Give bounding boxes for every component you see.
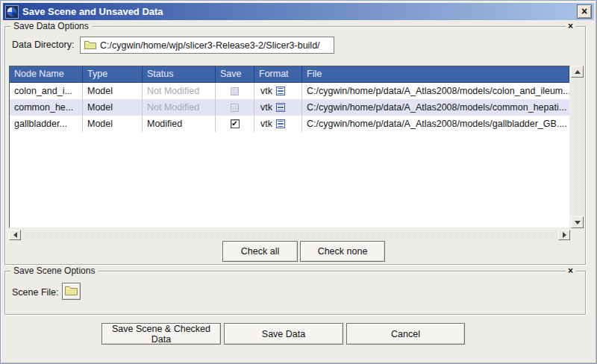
column-header-node-name[interactable]: Node Name: [10, 66, 83, 82]
format-menu-icon[interactable]: [276, 119, 285, 128]
column-header-status[interactable]: Status: [143, 66, 216, 82]
scroll-up-icon: [575, 70, 581, 74]
cell-file: C:/cygwin/home/p/data/A_Atlas2008/models…: [302, 116, 569, 132]
save-checkbox: [231, 87, 239, 95]
save-checkbox: [231, 104, 239, 112]
close-icon: ×: [581, 5, 587, 17]
cell-save: ✔: [216, 116, 254, 132]
save-scene-options-title: Save Scene Options: [10, 266, 98, 276]
cell-format: vtk: [254, 83, 302, 99]
scroll-right-icon: [563, 232, 566, 238]
column-header-format[interactable]: Format: [254, 66, 302, 82]
cell-save: [216, 99, 254, 116]
cell-node-name: common_he...: [10, 99, 83, 116]
data-directory-button[interactable]: C:/cygwin/home/wjp/slicer3-Release3-2/Sl…: [80, 37, 334, 54]
data-directory-value: C:/cygwin/home/wjp/slicer3-Release3-2/Sl…: [100, 40, 320, 51]
format-menu-icon[interactable]: [276, 87, 285, 95]
save-scene-options-group: Save Scene Options × Scene File:: [4, 271, 586, 315]
scene-file-browse-button[interactable]: [62, 283, 81, 300]
scroll-right-button[interactable]: [558, 230, 570, 240]
save-checkbox[interactable]: ✔: [231, 119, 240, 128]
table-row[interactable]: colon_and_i...ModelNot ModifiedvtkC:/cyg…: [10, 83, 569, 99]
collapse-save-scene-icon[interactable]: ×: [566, 266, 575, 276]
table-row[interactable]: common_he...ModelNot ModifiedvtkC:/cygwi…: [10, 99, 569, 116]
node-table-body: colon_and_i...ModelNot ModifiedvtkC:/cyg…: [10, 83, 569, 132]
format-value: vtk: [260, 99, 272, 116]
cell-file: C:/cygwin/home/p/data/A_Atlas2008/models…: [302, 83, 569, 99]
table-row[interactable]: gallbladder...ModelModified✔vtkC:/cygwin…: [10, 116, 569, 132]
close-button[interactable]: ×: [577, 4, 592, 19]
scroll-down-button[interactable]: [571, 216, 584, 228]
cell-type: Model: [83, 83, 143, 99]
save-data-options-group: Save Data Options × Data Directory: C:/c…: [4, 26, 586, 265]
save-scene-dialog: Save Scene and Unsaved Data × Save Data …: [0, 0, 597, 364]
column-header-save[interactable]: Save: [216, 66, 254, 82]
save-data-button[interactable]: Save Data: [224, 323, 343, 345]
cell-status: Not Modified: [143, 83, 216, 99]
column-header-type[interactable]: Type: [83, 66, 143, 82]
horizontal-scrollbar-track[interactable]: [21, 230, 558, 240]
vertical-scrollbar-track[interactable]: [571, 78, 584, 216]
column-header-file[interactable]: File: [302, 66, 569, 82]
cell-node-name: colon_and_i...: [10, 83, 83, 99]
scroll-up-button[interactable]: [571, 66, 584, 78]
title-bar[interactable]: Save Scene and Unsaved Data ×: [3, 3, 594, 20]
window-title: Save Scene and Unsaved Data: [22, 6, 163, 17]
cancel-button[interactable]: Cancel: [346, 323, 465, 345]
check-all-button[interactable]: Check all: [222, 241, 298, 262]
scroll-left-button[interactable]: [9, 230, 21, 240]
scroll-down-icon: [575, 221, 581, 225]
cell-format: vtk: [254, 116, 302, 132]
horizontal-scrollbar[interactable]: [9, 230, 570, 240]
format-value: vtk: [260, 83, 272, 99]
save-scene-and-checked-data-button[interactable]: Save Scene & Checked Data: [101, 323, 221, 345]
app-icon: [5, 5, 19, 19]
data-directory-label: Data Directory:: [12, 40, 74, 50]
cell-type: Model: [83, 116, 143, 132]
folder-icon: [65, 285, 78, 298]
cell-type: Model: [83, 99, 143, 116]
node-table-header: Node NameTypeStatusSaveFormatFile: [10, 66, 569, 83]
scroll-left-icon: [13, 232, 17, 238]
cell-node-name: gallbladder...: [10, 116, 83, 132]
format-menu-icon[interactable]: [276, 103, 285, 112]
folder-icon: [84, 40, 96, 51]
node-table: Node NameTypeStatusSaveFormatFile colon_…: [9, 66, 570, 228]
vertical-scrollbar[interactable]: [571, 66, 584, 228]
scene-file-label: Scene File:: [12, 287, 59, 298]
format-value: vtk: [260, 116, 272, 132]
cell-status: Not Modified: [143, 99, 216, 116]
cell-format: vtk: [254, 99, 302, 116]
cell-status: Modified: [143, 116, 216, 132]
cell-save: [216, 83, 254, 99]
save-data-options-title: Save Data Options: [10, 21, 92, 31]
cell-file: C:/cygwin/home/p/data/A_Atlas2008/models…: [302, 99, 569, 116]
check-none-button[interactable]: Check none: [300, 241, 385, 262]
collapse-save-data-icon[interactable]: ×: [566, 21, 575, 31]
